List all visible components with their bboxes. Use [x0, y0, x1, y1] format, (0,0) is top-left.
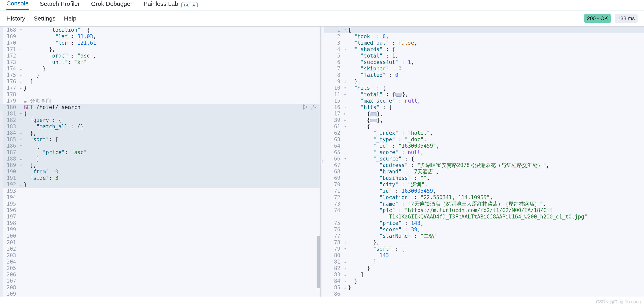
- code-line[interactable]: 10▾ "hits" : {: [324, 85, 644, 91]
- collapsed-badge[interactable]: [370, 112, 377, 116]
- code-line[interactable]: 191 "size": 3: [0, 175, 320, 181]
- fold-marker[interactable]: ▾: [19, 110, 23, 117]
- code-line[interactable]: 80 143: [324, 252, 644, 258]
- code-line[interactable]: 197: [0, 214, 320, 220]
- code-line[interactable]: 8 "failed" : 0: [324, 72, 644, 78]
- code-line[interactable]: 86: [324, 291, 644, 297]
- code-line[interactable]: 209: [0, 291, 320, 297]
- code-line[interactable]: 196: [0, 207, 320, 214]
- fold-marker[interactable]: ▾: [343, 246, 347, 252]
- code-line[interactable]: 201: [0, 239, 320, 246]
- code-line[interactable]: 68 "brand" : "7天酒店",: [324, 168, 644, 175]
- code-line[interactable]: 176▴ ]: [0, 78, 320, 85]
- fold-marker[interactable]: ▾: [19, 143, 23, 149]
- pane-splitter[interactable]: ‖: [320, 27, 324, 297]
- code-line[interactable]: 190 "from": 0,: [0, 168, 320, 175]
- collapsed-badge[interactable]: [395, 93, 402, 96]
- code-line[interactable]: 70 "city" : "深圳",: [324, 181, 644, 188]
- code-line[interactable]: 168▾ "location": {: [0, 27, 320, 33]
- fold-marker[interactable]: ▴: [19, 72, 23, 78]
- fold-marker[interactable]: ▾: [343, 27, 347, 33]
- code-line[interactable]: 81▴ ]: [324, 258, 644, 265]
- code-line[interactable]: 184▴ },: [0, 130, 320, 136]
- code-line[interactable]: 198: [0, 220, 320, 226]
- code-line[interactable]: 179# 分页查询: [0, 98, 320, 104]
- code-line[interactable]: 84▴ }: [324, 278, 644, 284]
- fold-marker[interactable]: ▸: [343, 117, 347, 123]
- fold-marker[interactable]: ▴: [19, 181, 23, 188]
- code-line[interactable]: 207: [0, 278, 320, 284]
- code-line[interactable]: 15 "max_score" : null,: [324, 98, 644, 104]
- code-line[interactable]: 39▸ {},: [324, 117, 644, 123]
- code-line[interactable]: 82▴ }: [324, 265, 644, 272]
- code-line[interactable]: 85▴}: [324, 284, 644, 291]
- settings-link[interactable]: Settings: [34, 15, 55, 22]
- code-line[interactable]: 83▴ ]: [324, 272, 644, 278]
- code-line[interactable]: 65 "_score" : null,: [324, 149, 644, 156]
- fold-marker[interactable]: ▾: [19, 117, 23, 123]
- fold-marker[interactable]: ▸: [343, 91, 347, 98]
- code-line[interactable]: 194: [0, 194, 320, 200]
- help-link[interactable]: Help: [64, 15, 76, 22]
- code-line[interactable]: 188▴ }: [0, 156, 320, 162]
- code-line[interactable]: 177▴}: [0, 85, 320, 91]
- response-pane[interactable]: 1▾{2 "took" : 0,3 "timed_out" : false,4▾…: [324, 27, 644, 297]
- fold-marker[interactable]: ▾: [343, 104, 347, 110]
- code-line[interactable]: 76 "score" : 39,: [324, 226, 644, 233]
- code-line[interactable]: 174▴ }: [0, 66, 320, 72]
- code-line[interactable]: 172 "order": "asc",: [0, 52, 320, 59]
- code-line[interactable]: 73 "name" : "7天连锁酒店（深圳地王大厦红桂路店）（原红桂路店）",: [324, 200, 644, 207]
- code-line[interactable]: 66▾ "_source" : {: [324, 156, 644, 162]
- code-line[interactable]: 75 "price" : 143,: [324, 220, 644, 226]
- code-line[interactable]: 169 "lat": 31.03,: [0, 33, 320, 40]
- code-line[interactable]: 69 "business" : "",: [324, 175, 644, 181]
- code-line[interactable]: 17▸ {},: [324, 110, 644, 117]
- code-line[interactable]: 208: [0, 284, 320, 291]
- code-line[interactable]: 3 "timed_out" : false,: [324, 40, 644, 46]
- code-line[interactable]: -T1k1KaGIIkQVAAD4fD_T3FcAALTtABiCJ8AAPiU…: [324, 214, 644, 220]
- code-line[interactable]: 171▴ },: [0, 46, 320, 52]
- code-line[interactable]: 64 "_id" : "1630005459",: [324, 143, 644, 149]
- code-line[interactable]: 77 "starName" : "二钻": [324, 233, 644, 239]
- fold-marker[interactable]: ▴: [343, 265, 347, 272]
- code-line[interactable]: 204: [0, 258, 320, 265]
- tab-painless-lab[interactable]: Painless Lab: [144, 0, 178, 10]
- code-line[interactable]: 74 "pic" : "https://m.tuniucdn.com/fb2/t…: [324, 207, 644, 214]
- request-scrollbar[interactable]: [317, 27, 320, 297]
- code-line[interactable]: 173 "unit": "km": [0, 59, 320, 66]
- code-line[interactable]: 72 "location" : "22.550341, 114.10965",: [324, 194, 644, 200]
- code-line[interactable]: 182▾ "query": {: [0, 117, 320, 123]
- code-line[interactable]: 183 "match_all": {}: [0, 123, 320, 130]
- code-line[interactable]: 175▴ }: [0, 72, 320, 78]
- history-link[interactable]: History: [6, 15, 25, 22]
- fold-marker[interactable]: ▴: [19, 78, 23, 85]
- code-line[interactable]: 6 "successful" : 1,: [324, 59, 644, 66]
- code-line[interactable]: 79▾ "sort" : [: [324, 246, 644, 252]
- code-line[interactable]: 4▾ "_shards" : {: [324, 46, 644, 52]
- code-line[interactable]: 186▾ {: [0, 143, 320, 149]
- code-line[interactable]: 180GET /hotel/_search: [0, 104, 320, 110]
- fold-marker[interactable]: ▴: [19, 66, 23, 72]
- code-line[interactable]: 62 "_index" : "hotel",: [324, 130, 644, 136]
- code-line[interactable]: 170 "lon": 121.61: [0, 40, 320, 46]
- fold-marker[interactable]: ▴: [343, 78, 347, 85]
- code-line[interactable]: 202: [0, 246, 320, 252]
- fold-marker[interactable]: ▾: [343, 123, 347, 130]
- code-line[interactable]: 63 "_type" : "_doc",: [324, 136, 644, 143]
- code-line[interactable]: 61▾ {: [324, 123, 644, 130]
- fold-marker[interactable]: ▴: [19, 85, 23, 91]
- code-line[interactable]: 189▴ ],: [0, 162, 320, 168]
- code-line[interactable]: 11▸ "total" : {},: [324, 91, 644, 98]
- collapsed-badge[interactable]: [370, 119, 377, 122]
- fold-marker[interactable]: ▾: [19, 27, 23, 33]
- code-line[interactable]: 78▴ },: [324, 239, 644, 246]
- fold-marker[interactable]: ▾: [19, 136, 23, 143]
- code-line[interactable]: 178: [0, 91, 320, 98]
- code-line[interactable]: 71 "id" : 1630005459,: [324, 188, 644, 194]
- fold-marker[interactable]: ▴: [343, 258, 347, 265]
- code-line[interactable]: 200: [0, 233, 320, 239]
- code-line[interactable]: 5 "total" : 1,: [324, 52, 644, 59]
- fold-marker[interactable]: ▸: [343, 110, 347, 117]
- code-line[interactable]: 192▴}: [0, 181, 320, 188]
- code-line[interactable]: 181▾{: [0, 110, 320, 117]
